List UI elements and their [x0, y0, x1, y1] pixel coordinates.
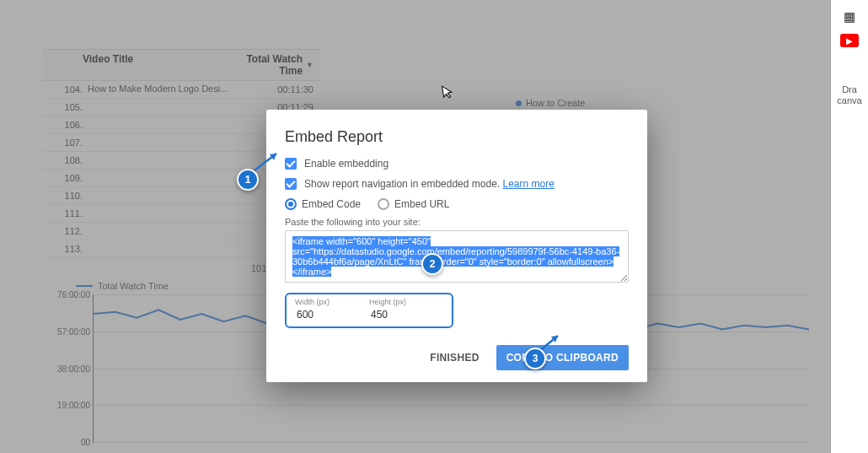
enable-embedding-label: Enable embedding	[304, 158, 388, 170]
embed-url-radio[interactable]: Embed URL	[378, 198, 449, 210]
height-input[interactable]	[369, 308, 415, 321]
callout-1-arrow-icon	[251, 148, 285, 174]
embed-code-textarea[interactable]: <iframe width="600" height="450" src="ht…	[285, 230, 629, 283]
height-label: Height (px)	[369, 298, 443, 306]
learn-more-link[interactable]: Learn more	[503, 178, 555, 190]
embed-code-radio[interactable]: Embed Code	[285, 198, 361, 210]
show-navigation-checkbox[interactable]	[285, 178, 297, 190]
right-panel: ▦ ▶ Dra canva	[830, 0, 868, 453]
callout-1: 1	[237, 169, 259, 191]
callout-3: 3	[524, 348, 546, 369]
width-input[interactable]	[295, 308, 340, 321]
youtube-icon[interactable]: ▶	[840, 34, 859, 47]
radio-unchecked-icon	[378, 198, 389, 210]
radio-checked-icon	[285, 198, 297, 210]
width-label: Width (px)	[295, 298, 369, 306]
paste-instruction: Paste the following into your site:	[285, 217, 629, 227]
finished-button[interactable]: FINISHED	[425, 345, 484, 370]
right-panel-hint: Dra canva	[834, 84, 865, 106]
callout-2: 2	[421, 253, 443, 275]
embed-report-dialog: Embed Report Enable embedding Show repor…	[266, 110, 647, 382]
layout-icon[interactable]: ▦	[838, 8, 861, 25]
show-navigation-label: Show report navigation in embedded mode.…	[304, 178, 555, 190]
dimensions-group: Width (px) Height (px)	[285, 293, 453, 328]
dialog-title: Embed Report	[285, 128, 629, 146]
enable-embedding-checkbox[interactable]	[285, 158, 297, 170]
